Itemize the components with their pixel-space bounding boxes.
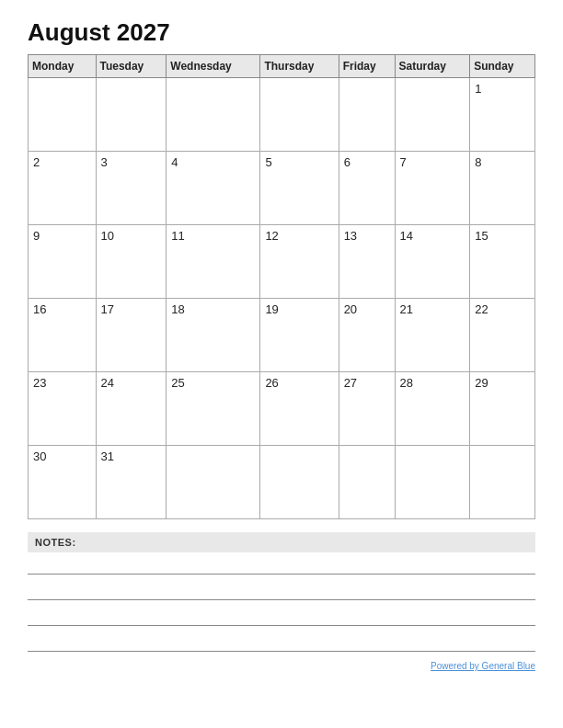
- calendar-day-cell: 20: [339, 299, 395, 372]
- calendar-day-cell: 25: [167, 372, 260, 446]
- day-number: 30: [33, 449, 91, 463]
- day-number: 17: [101, 302, 162, 316]
- day-number: 24: [101, 376, 162, 390]
- calendar-day-cell: 29: [470, 372, 535, 446]
- calendar-day-cell: 2: [29, 152, 97, 225]
- calendar-day-cell: 27: [339, 372, 395, 446]
- day-number: 7: [400, 155, 465, 169]
- day-number: 31: [101, 449, 162, 463]
- calendar-day-cell: 15: [470, 225, 535, 299]
- calendar-day-cell: 4: [167, 152, 260, 225]
- powered-by[interactable]: Powered by General Blue: [28, 661, 535, 671]
- day-number: 27: [344, 376, 390, 390]
- calendar-day-cell: 30: [29, 446, 97, 519]
- calendar-day-cell: 21: [395, 299, 470, 372]
- day-number: 9: [33, 229, 91, 243]
- calendar-day-cell: 6: [339, 152, 395, 225]
- calendar-week-row: 2345678: [29, 152, 535, 225]
- calendar-day-cell: 1: [470, 78, 535, 152]
- day-number: 12: [265, 229, 333, 243]
- calendar-day-cell: 5: [260, 152, 339, 225]
- day-number: 22: [475, 302, 530, 316]
- notes-section: NOTES:: [28, 532, 535, 652]
- calendar-day-cell: [260, 446, 339, 519]
- calendar-day-cell: [470, 446, 535, 519]
- calendar-day-cell: 23: [29, 372, 97, 446]
- day-number: 21: [400, 302, 465, 316]
- calendar-day-cell: 8: [470, 152, 535, 225]
- calendar-week-row: 3031: [29, 446, 535, 519]
- calendar-week-row: 23242526272829: [29, 372, 535, 446]
- calendar-day-cell: 26: [260, 372, 339, 446]
- day-number: 23: [33, 376, 91, 390]
- notes-line-3: [28, 609, 535, 626]
- calendar-day-cell: 7: [395, 152, 470, 225]
- day-number: 25: [171, 376, 255, 390]
- calendar-day-cell: 31: [96, 446, 167, 519]
- calendar-header-cell: Tuesday: [96, 55, 167, 78]
- calendar-header-cell: Saturday: [395, 55, 470, 78]
- day-number: 1: [475, 82, 530, 96]
- calendar-day-cell: [339, 446, 395, 519]
- calendar-header-row: MondayTuesdayWednesdayThursdayFridaySatu…: [29, 55, 535, 78]
- calendar-day-cell: 24: [96, 372, 167, 446]
- calendar-day-cell: [260, 78, 339, 152]
- day-number: 18: [171, 302, 255, 316]
- calendar-table: MondayTuesdayWednesdayThursdayFridaySatu…: [28, 54, 535, 519]
- calendar-header-cell: Sunday: [470, 55, 535, 78]
- calendar-day-cell: [395, 78, 470, 152]
- calendar-header-cell: Monday: [29, 55, 97, 78]
- day-number: 13: [344, 229, 390, 243]
- calendar-header-cell: Wednesday: [167, 55, 260, 78]
- day-number: 5: [265, 155, 333, 169]
- notes-line-2: [28, 584, 535, 600]
- calendar-week-row: 9101112131415: [29, 225, 535, 299]
- day-number: 15: [475, 229, 530, 243]
- day-number: 10: [101, 229, 162, 243]
- calendar-day-cell: 22: [470, 299, 535, 372]
- calendar-week-row: 1: [29, 78, 535, 152]
- calendar-day-cell: [167, 78, 260, 152]
- calendar-day-cell: [96, 78, 167, 152]
- calendar-day-cell: 16: [29, 299, 97, 372]
- calendar-day-cell: 11: [167, 225, 260, 299]
- calendar-day-cell: [29, 78, 97, 152]
- day-number: 29: [475, 376, 530, 390]
- day-number: 19: [265, 302, 333, 316]
- day-number: 11: [171, 229, 255, 243]
- calendar-day-cell: [395, 446, 470, 519]
- calendar-day-cell: 12: [260, 225, 339, 299]
- day-number: 8: [475, 155, 530, 169]
- day-number: 28: [400, 376, 465, 390]
- day-number: 20: [344, 302, 390, 316]
- notes-line-4: [28, 635, 535, 652]
- day-number: 16: [33, 302, 91, 316]
- calendar-day-cell: 18: [167, 299, 260, 372]
- calendar-day-cell: 17: [96, 299, 167, 372]
- page-title: August 2027: [28, 18, 535, 47]
- calendar-day-cell: [167, 446, 260, 519]
- calendar-day-cell: 28: [395, 372, 470, 446]
- calendar-header-cell: Friday: [339, 55, 395, 78]
- calendar-header-cell: Thursday: [260, 55, 339, 78]
- calendar-day-cell: 9: [29, 225, 97, 299]
- calendar-day-cell: [339, 78, 395, 152]
- calendar-day-cell: 19: [260, 299, 339, 372]
- day-number: 4: [171, 155, 255, 169]
- calendar-day-cell: 10: [96, 225, 167, 299]
- day-number: 2: [33, 155, 91, 169]
- day-number: 14: [400, 229, 465, 243]
- day-number: 6: [344, 155, 390, 169]
- calendar-day-cell: 14: [395, 225, 470, 299]
- powered-by-link[interactable]: Powered by General Blue: [431, 661, 535, 671]
- notes-label: NOTES:: [28, 532, 535, 552]
- calendar-day-cell: 13: [339, 225, 395, 299]
- day-number: 3: [101, 155, 162, 169]
- day-number: 26: [265, 376, 333, 390]
- notes-line-1: [28, 558, 535, 574]
- calendar-day-cell: 3: [96, 152, 167, 225]
- calendar-week-row: 16171819202122: [29, 299, 535, 372]
